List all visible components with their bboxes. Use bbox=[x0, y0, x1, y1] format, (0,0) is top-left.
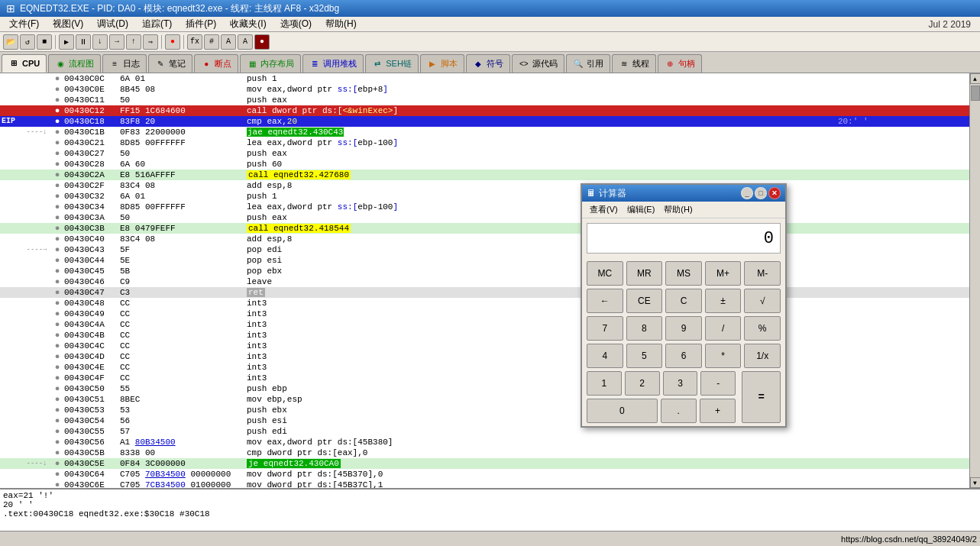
addr-col[interactable]: 00430C40 bbox=[63, 234, 120, 244]
calc-0[interactable]: 0 bbox=[587, 399, 658, 423]
menu-view[interactable]: 视图(V) bbox=[47, 17, 89, 31]
table-row[interactable]: ●00430C4ECCint3 bbox=[0, 362, 969, 373]
table-row[interactable]: ●00430C46C9leave bbox=[0, 276, 969, 287]
addr-col[interactable]: 00430C11 bbox=[63, 95, 120, 105]
tb-bigger[interactable]: A bbox=[238, 34, 253, 50]
addr-col[interactable]: 00430C5B bbox=[63, 447, 120, 458]
table-row[interactable]: ●00430C5B8338 00cmp dword ptr ds:[eax],0 bbox=[0, 447, 969, 458]
table-row[interactable]: ●00430C1150push eax bbox=[0, 95, 969, 105]
addr-col[interactable]: 00430C0C bbox=[63, 73, 120, 84]
table-row[interactable]: ●00430C5456push esi bbox=[0, 415, 969, 426]
addr-col[interactable]: 00430C46 bbox=[63, 276, 120, 287]
addr-col[interactable]: 00430C4C bbox=[63, 341, 120, 351]
tb-font[interactable]: A bbox=[221, 34, 236, 50]
addr-col[interactable]: 00430C18 bbox=[63, 116, 120, 127]
calc-menu-view[interactable]: 查看(V) bbox=[587, 203, 621, 216]
calc-div[interactable]: / bbox=[705, 316, 742, 341]
addr-col[interactable]: 00430C44 bbox=[63, 255, 120, 266]
tab-cpu[interactable]: ⊞ CPU bbox=[2, 54, 47, 73]
tb-open[interactable]: 📂 bbox=[3, 34, 18, 50]
addr-col[interactable]: 00430C47 bbox=[63, 287, 120, 298]
addr-col[interactable]: 00430C55 bbox=[63, 426, 120, 437]
table-row[interactable]: ●00430C49CCint3 bbox=[0, 309, 969, 319]
calc-6[interactable]: 6 bbox=[665, 344, 702, 368]
tab-log[interactable]: ≡ 日志 bbox=[102, 54, 147, 73]
calc-2[interactable]: 2 bbox=[625, 371, 660, 396]
addr-col[interactable]: 00430C32 bbox=[63, 191, 120, 202]
tab-notes[interactable]: ✎ 笔记 bbox=[148, 54, 192, 73]
table-row[interactable]: ●00430C56A1 80B34500mov eax,dword ptr ds… bbox=[0, 437, 969, 447]
calc-mc[interactable]: MC bbox=[587, 261, 623, 286]
addr-col[interactable]: 00430C3A bbox=[63, 212, 120, 223]
tab-callstack[interactable]: ≣ 调用堆栈 bbox=[302, 54, 364, 73]
tab-script[interactable]: ▶ 脚本 bbox=[420, 54, 464, 73]
addr-col[interactable]: 00430C4F bbox=[63, 373, 120, 383]
menu-plugin[interactable]: 插件(P) bbox=[180, 17, 222, 31]
calc-9[interactable]: 9 bbox=[665, 316, 702, 341]
addr-col[interactable]: 00430C43 bbox=[63, 244, 120, 255]
table-row[interactable]: ●00430C3BE8 0479FEFFcall eqnedt32.418544 bbox=[0, 223, 969, 234]
tab-symbol[interactable]: ◆ 符号 bbox=[466, 54, 510, 73]
addr-col[interactable]: 00430C28 bbox=[63, 159, 120, 170]
calc-minimize-btn[interactable]: _ bbox=[741, 187, 753, 199]
tb-stepinto[interactable]: ↓ bbox=[92, 34, 108, 50]
table-row[interactable]: ●00430C0C6A 01push 1 bbox=[0, 73, 969, 84]
table-row[interactable]: ●00430C4BCCint3 bbox=[0, 330, 969, 341]
calc-5[interactable]: 5 bbox=[626, 344, 663, 368]
tab-ref[interactable]: 🔍 引用 bbox=[566, 54, 610, 73]
tb-hash[interactable]: # bbox=[204, 34, 219, 50]
calc-mr[interactable]: MR bbox=[626, 261, 663, 286]
addr-col[interactable]: 00430C5E bbox=[63, 458, 120, 469]
table-row[interactable]: ●00430C218D85 00FFFFFFlea eax,dword ptr … bbox=[0, 137, 969, 148]
table-row[interactable]: ●00430C4083C4 08add esp,8 bbox=[0, 234, 969, 244]
table-row[interactable]: ●00430C2AE8 516AFFFFcall eqnedt32.427680 bbox=[0, 170, 969, 180]
calc-c[interactable]: C bbox=[665, 289, 702, 313]
table-row[interactable]: ●00430C48CCint3 bbox=[0, 298, 969, 309]
tb-stepout[interactable]: ↑ bbox=[126, 34, 141, 50]
addr-col[interactable]: 00430C2F bbox=[63, 180, 120, 191]
menu-debug[interactable]: 调试(D) bbox=[91, 17, 134, 31]
table-row[interactable]: ●00430C47C3ret bbox=[0, 287, 969, 298]
addr-col[interactable]: 00430C49 bbox=[63, 309, 120, 319]
calc-dot[interactable]: . bbox=[661, 399, 697, 423]
hex-link[interactable]: 80B34500 bbox=[135, 438, 176, 447]
calc-plus[interactable]: + bbox=[700, 399, 736, 423]
table-row[interactable]: ●00430C445Epop esi bbox=[0, 255, 969, 266]
calc-menu-help[interactable]: 帮助(H) bbox=[661, 203, 695, 216]
menu-help[interactable]: 帮助(H) bbox=[319, 17, 363, 31]
addr-col[interactable]: 00430C3B bbox=[63, 223, 120, 234]
addr-col[interactable]: 00430C54 bbox=[63, 415, 120, 426]
disasm-scrollbar[interactable]: ▲ ▼ bbox=[969, 73, 980, 488]
table-row[interactable]: ●00430C64C705 70B34500 00000000mov dword… bbox=[0, 469, 969, 480]
calc-ce[interactable]: CE bbox=[626, 289, 663, 313]
addr-col[interactable]: 00430C53 bbox=[63, 405, 120, 415]
menu-favorite[interactable]: 收藏夹(I) bbox=[224, 17, 272, 31]
table-row[interactable]: ●00430C5557push edi bbox=[0, 426, 969, 437]
table-row[interactable]: ●00430C12FF15 1C684600call dword ptr ds:… bbox=[0, 105, 969, 116]
calc-minus[interactable]: - bbox=[700, 371, 736, 396]
tab-breakpoints[interactable]: ● 断点 bbox=[194, 54, 238, 73]
table-row[interactable]: ●00430C286A 60push 60 bbox=[0, 159, 969, 170]
calc-mul[interactable]: * bbox=[705, 344, 742, 368]
addr-col[interactable]: 00430C34 bbox=[63, 202, 120, 212]
addr-col[interactable]: 00430C4B bbox=[63, 330, 120, 341]
menu-options[interactable]: 选项(O) bbox=[274, 17, 318, 31]
table-row[interactable]: ●00430C3A50push eax bbox=[0, 212, 969, 223]
calc-1[interactable]: 1 bbox=[587, 371, 622, 396]
addr-col[interactable]: 00430C64 bbox=[63, 469, 120, 480]
calc-7[interactable]: 7 bbox=[587, 316, 623, 341]
table-row[interactable]: EIP●00430C1883F8 20cmp eax,2020:' ' bbox=[0, 116, 969, 127]
tb-stop[interactable]: ■ bbox=[37, 34, 52, 50]
addr-col[interactable]: 00430C12 bbox=[63, 105, 120, 116]
tab-memory[interactable]: ▦ 内存布局 bbox=[240, 54, 301, 73]
tab-seh[interactable]: ⇄ SEH链 bbox=[365, 54, 419, 73]
scroll-down[interactable]: ▼ bbox=[970, 477, 981, 488]
table-row[interactable]: ----→●00430C435Fpop edi bbox=[0, 244, 969, 255]
table-row[interactable]: ●00430C455Bpop ebx bbox=[0, 266, 969, 276]
calc-8[interactable]: 8 bbox=[626, 316, 663, 341]
scroll-up[interactable]: ▲ bbox=[970, 73, 981, 84]
calc-sqrt[interactable]: √ bbox=[744, 289, 781, 313]
addr-col[interactable]: 00430C56 bbox=[63, 437, 120, 447]
calc-3[interactable]: 3 bbox=[663, 371, 698, 396]
tb-script[interactable]: fx bbox=[187, 34, 202, 50]
